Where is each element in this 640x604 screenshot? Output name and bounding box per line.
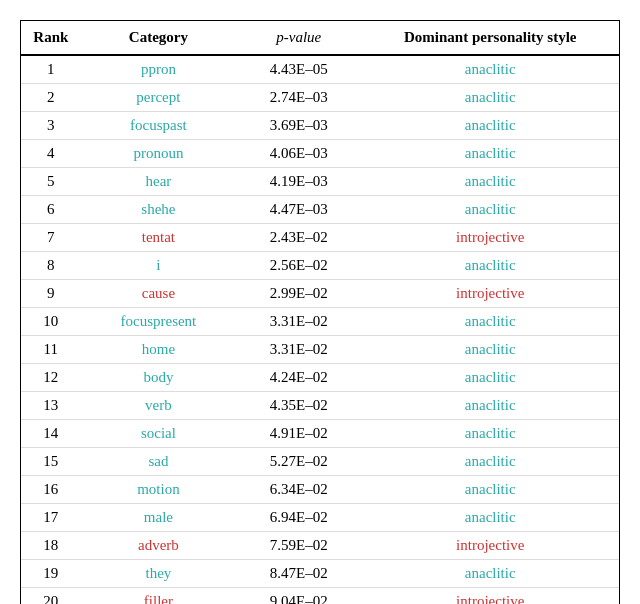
- cell-category: ppron: [81, 55, 237, 84]
- cell-pvalue: 4.19E–03: [236, 168, 361, 196]
- cell-rank: 18: [21, 532, 81, 560]
- cell-pvalue: 3.31E–02: [236, 308, 361, 336]
- cell-dominant: anaclitic: [361, 252, 619, 280]
- cell-rank: 11: [21, 336, 81, 364]
- cell-pvalue: 5.27E–02: [236, 448, 361, 476]
- table-row: 4pronoun4.06E–03anaclitic: [21, 140, 619, 168]
- cell-pvalue: 4.47E–03: [236, 196, 361, 224]
- cell-pvalue: 2.99E–02: [236, 280, 361, 308]
- cell-rank: 10: [21, 308, 81, 336]
- cell-pvalue: 4.91E–02: [236, 420, 361, 448]
- cell-dominant: anaclitic: [361, 420, 619, 448]
- cell-category: hear: [81, 168, 237, 196]
- cell-category: sad: [81, 448, 237, 476]
- table-row: 9cause2.99E–02introjective: [21, 280, 619, 308]
- cell-rank: 4: [21, 140, 81, 168]
- cell-rank: 15: [21, 448, 81, 476]
- cell-category: social: [81, 420, 237, 448]
- cell-dominant: anaclitic: [361, 392, 619, 420]
- cell-rank: 5: [21, 168, 81, 196]
- header-rank: Rank: [21, 21, 81, 55]
- table-row: 15sad5.27E–02anaclitic: [21, 448, 619, 476]
- table-row: 7tentat2.43E–02introjective: [21, 224, 619, 252]
- cell-category: motion: [81, 476, 237, 504]
- cell-pvalue: 9.04E–02: [236, 588, 361, 605]
- cell-pvalue: 4.06E–03: [236, 140, 361, 168]
- cell-dominant: anaclitic: [361, 112, 619, 140]
- table-row: 16motion6.34E–02anaclitic: [21, 476, 619, 504]
- cell-dominant: anaclitic: [361, 84, 619, 112]
- header-pvalue: p-value: [236, 21, 361, 55]
- cell-rank: 2: [21, 84, 81, 112]
- cell-rank: 3: [21, 112, 81, 140]
- cell-dominant: introjective: [361, 588, 619, 605]
- cell-pvalue: 2.74E–03: [236, 84, 361, 112]
- cell-category: verb: [81, 392, 237, 420]
- main-table-container: Rank Category p-value Dominant personali…: [20, 20, 620, 604]
- table-row: 1ppron4.43E–05anaclitic: [21, 55, 619, 84]
- cell-category: percept: [81, 84, 237, 112]
- cell-dominant: anaclitic: [361, 476, 619, 504]
- cell-rank: 9: [21, 280, 81, 308]
- table-row: 6shehe4.47E–03anaclitic: [21, 196, 619, 224]
- cell-dominant: anaclitic: [361, 336, 619, 364]
- cell-dominant: introjective: [361, 532, 619, 560]
- cell-dominant: anaclitic: [361, 140, 619, 168]
- cell-pvalue: 7.59E–02: [236, 532, 361, 560]
- cell-pvalue: 4.35E–02: [236, 392, 361, 420]
- table-row: 12body4.24E–02anaclitic: [21, 364, 619, 392]
- table-row: 5hear4.19E–03anaclitic: [21, 168, 619, 196]
- table-header-row: Rank Category p-value Dominant personali…: [21, 21, 619, 55]
- cell-category: male: [81, 504, 237, 532]
- cell-dominant: anaclitic: [361, 560, 619, 588]
- table-row: 10focuspresent3.31E–02anaclitic: [21, 308, 619, 336]
- cell-category: tentat: [81, 224, 237, 252]
- cell-rank: 1: [21, 55, 81, 84]
- table-row: 17male6.94E–02anaclitic: [21, 504, 619, 532]
- cell-dominant: anaclitic: [361, 364, 619, 392]
- cell-dominant: introjective: [361, 280, 619, 308]
- table-row: 3focuspast3.69E–03anaclitic: [21, 112, 619, 140]
- cell-dominant: anaclitic: [361, 448, 619, 476]
- header-dominant: Dominant personality style: [361, 21, 619, 55]
- cell-rank: 8: [21, 252, 81, 280]
- cell-dominant: anaclitic: [361, 504, 619, 532]
- cell-rank: 7: [21, 224, 81, 252]
- cell-rank: 16: [21, 476, 81, 504]
- cell-category: i: [81, 252, 237, 280]
- cell-category: body: [81, 364, 237, 392]
- cell-dominant: anaclitic: [361, 55, 619, 84]
- cell-rank: 14: [21, 420, 81, 448]
- table-row: 18adverb7.59E–02introjective: [21, 532, 619, 560]
- table-row: 19they8.47E–02anaclitic: [21, 560, 619, 588]
- cell-category: home: [81, 336, 237, 364]
- cell-rank: 20: [21, 588, 81, 605]
- header-category: Category: [81, 21, 237, 55]
- cell-category: focuspresent: [81, 308, 237, 336]
- cell-dominant: anaclitic: [361, 196, 619, 224]
- cell-rank: 13: [21, 392, 81, 420]
- cell-category: adverb: [81, 532, 237, 560]
- cell-category: filler: [81, 588, 237, 605]
- cell-pvalue: 2.43E–02: [236, 224, 361, 252]
- cell-rank: 12: [21, 364, 81, 392]
- cell-pvalue: 4.24E–02: [236, 364, 361, 392]
- table-row: 14social4.91E–02anaclitic: [21, 420, 619, 448]
- cell-category: cause: [81, 280, 237, 308]
- cell-rank: 17: [21, 504, 81, 532]
- cell-pvalue: 3.69E–03: [236, 112, 361, 140]
- results-table: Rank Category p-value Dominant personali…: [21, 21, 619, 604]
- cell-pvalue: 6.94E–02: [236, 504, 361, 532]
- table-row: 13verb4.35E–02anaclitic: [21, 392, 619, 420]
- table-row: 2percept2.74E–03anaclitic: [21, 84, 619, 112]
- cell-category: shehe: [81, 196, 237, 224]
- cell-dominant: anaclitic: [361, 308, 619, 336]
- cell-pvalue: 2.56E–02: [236, 252, 361, 280]
- cell-dominant: anaclitic: [361, 168, 619, 196]
- cell-category: they: [81, 560, 237, 588]
- cell-pvalue: 6.34E–02: [236, 476, 361, 504]
- cell-pvalue: 3.31E–02: [236, 336, 361, 364]
- cell-pvalue: 4.43E–05: [236, 55, 361, 84]
- table-row: 11home3.31E–02anaclitic: [21, 336, 619, 364]
- table-row: 20filler9.04E–02introjective: [21, 588, 619, 605]
